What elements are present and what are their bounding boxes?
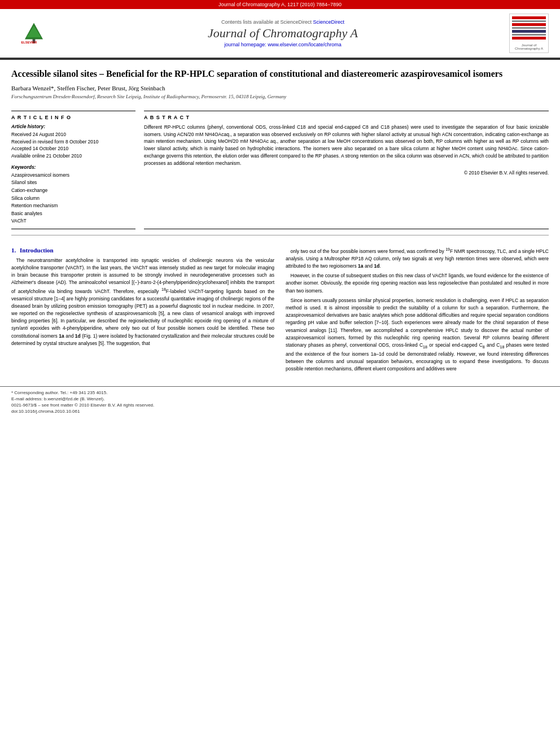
article-affiliation: Forschungszentrum Dresden-Rossendorf, Re… <box>11 94 549 99</box>
intro-heading: 1. Introduction <box>11 247 274 254</box>
keyword-6: Basic analytes <box>11 210 135 218</box>
main-body: 1. Introduction The neurotransmitter ace… <box>0 241 560 381</box>
keyword-7: VAChT <box>11 217 135 225</box>
section-divider <box>11 235 549 235</box>
footer-email: E-mail address: b.wenzel@fzd.de (B. Wenz… <box>11 396 549 401</box>
article-history-group: Article history: Received 24 August 2010… <box>11 124 135 160</box>
intro-label: Introduction <box>20 247 54 254</box>
article-info-column: A R T I C L E I N F O Article history: R… <box>11 111 135 229</box>
abstract-text: Different RP-HPLC columns (phenyl, conve… <box>144 124 549 167</box>
journal-logo-right: Journal ofChromatography A <box>509 14 549 53</box>
available-date: Available online 21 October 2010 <box>11 152 135 160</box>
keyword-3: Cation-exchange <box>11 187 135 195</box>
abstract-heading: A B S T R A C T <box>144 115 549 120</box>
keywords-group: Keywords: Azaspirovesamicol isomers Sila… <box>11 164 135 225</box>
keywords-label: Keywords: <box>11 164 135 170</box>
journal-reference-text: Journal of Chromatography A, 1217 (2010)… <box>218 2 342 7</box>
journal-title: Journal of Chromatography A <box>56 26 509 41</box>
history-label: Article history: <box>11 124 135 129</box>
accepted-date: Accepted 14 October 2010 <box>11 145 135 152</box>
footer-issn: 0021-9673/$ – see front matter © 2010 El… <box>11 403 549 408</box>
article-info-abstract-section: A R T I C L E I N F O Article history: R… <box>0 111 560 229</box>
page-footer: * Corresponding author. Tel.: +49 341 23… <box>0 386 560 418</box>
received-date: Received 24 August 2010 <box>11 131 135 138</box>
intro-number: 1. <box>11 247 16 254</box>
keyword-1: Azaspirovesamicol isomers <box>11 172 135 180</box>
revised-date: Received in revised form 8 October 2010 <box>11 138 135 146</box>
keyword-2: Silanol sites <box>11 179 135 187</box>
page-container: Journal of Chromatography A, 1217 (2010)… <box>0 0 560 418</box>
keyword-5: Retention mechanism <box>11 202 135 210</box>
intro-paragraph-1: The neurotransmitter acetylcholine is tr… <box>11 257 274 347</box>
journal-reference-bar: Journal of Chromatography A, 1217 (2010)… <box>0 0 560 9</box>
keywords-list: Azaspirovesamicol isomers Silanol sites … <box>11 172 135 225</box>
article-authors: Barbara Wenzel*, Steffen Fischer, Peter … <box>11 85 549 91</box>
article-section: Accessible silanol sites – Beneficial fo… <box>0 60 560 111</box>
article-title: Accessible silanol sites – Beneficial fo… <box>11 68 549 80</box>
body-right-column: only two out of the four possible isomer… <box>286 247 549 375</box>
sciencedirect-url[interactable]: ScienceDirect <box>313 19 345 25</box>
svg-marker-2 <box>27 25 41 37</box>
intro-paragraph-2: only two out of the four possible isomer… <box>286 247 549 373</box>
sciencedirect-link: Contents lists available at ScienceDirec… <box>56 19 509 25</box>
keyword-4: Silica column <box>11 195 135 203</box>
svg-text:ELSEVIER: ELSEVIER <box>21 41 37 44</box>
footer-corresponding: * Corresponding author. Tel.: +49 341 23… <box>11 390 549 395</box>
abstract-column: A B S T R A C T Different RP-HPLC column… <box>144 111 549 229</box>
footer-doi: doi:10.1016/j.chroma.2010.10.061 <box>11 409 549 414</box>
body-left-column: 1. Introduction The neurotransmitter ace… <box>11 247 274 375</box>
journal-homepage: journal homepage: www.elsevier.com/locat… <box>56 42 509 47</box>
elsevier-logo: ELSEVIER <box>11 16 56 50</box>
journal-center: Contents lists available at ScienceDirec… <box>56 19 509 47</box>
journal-header: ELSEVIER Contents lists available at Sci… <box>0 9 560 59</box>
copyright-line: © 2010 Elsevier B.V. All rights reserved… <box>144 170 549 176</box>
article-info-heading: A R T I C L E I N F O <box>11 115 135 120</box>
